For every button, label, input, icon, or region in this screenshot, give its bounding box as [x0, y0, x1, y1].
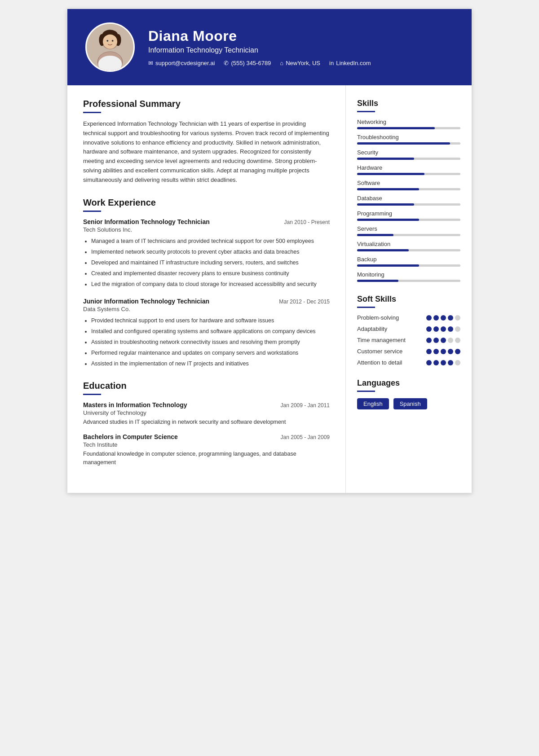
soft-skill-item: Attention to detail — [357, 359, 460, 366]
skill-name: Programming — [357, 210, 460, 217]
bullet-item: Performed regular maintenance and update… — [91, 348, 330, 357]
skill-bar-fill — [357, 219, 419, 221]
body: Professional Summary Experienced Informa… — [67, 85, 472, 493]
edu-item: Masters in Information Technology Jan 20… — [83, 401, 330, 426]
languages-title: Languages — [357, 378, 460, 388]
edu-container: Masters in Information Technology Jan 20… — [83, 401, 330, 467]
skill-bar-fill — [357, 173, 424, 175]
skill-dots — [426, 315, 460, 321]
job-company: Data Systems Co. — [83, 306, 330, 312]
languages-section: Languages EnglishSpanish — [357, 378, 460, 409]
skill-name: Backup — [357, 256, 460, 263]
skill-bar-fill — [357, 249, 409, 251]
skill-bar-fill — [357, 280, 398, 282]
job-item: Senior Information Technology Technician… — [83, 218, 330, 289]
bullet-item: Assisted in troubleshooting network conn… — [91, 338, 330, 347]
skill-dots — [426, 349, 460, 354]
dot — [448, 326, 453, 332]
education-title: Education — [83, 381, 330, 391]
dot — [433, 315, 439, 321]
skill-name: Database — [357, 195, 460, 202]
right-column: Skills Networking Troubleshooting Securi… — [346, 85, 472, 493]
svg-point-9 — [106, 40, 108, 42]
skill-item: Monitoring — [357, 271, 460, 282]
soft-skill-item: Problem-solving — [357, 314, 460, 321]
edu-degree: Masters in Information Technology — [83, 401, 187, 409]
work-experience-section: Work Experience Senior Information Techn… — [83, 198, 330, 368]
email-contact: ✉ support@cvdesigner.ai — [148, 60, 215, 66]
professional-summary-section: Professional Summary Experienced Informa… — [83, 99, 330, 185]
skill-dots — [426, 360, 460, 365]
skill-item: Troubleshooting — [357, 134, 460, 145]
skill-bar-bg — [357, 173, 460, 175]
skill-item: Servers — [357, 225, 460, 236]
skills-title: Skills — [357, 99, 460, 108]
job-company: Tech Solutions Inc. — [83, 226, 330, 233]
summary-divider — [83, 112, 101, 113]
dot — [441, 349, 446, 354]
soft-skill-name: Adaptability — [357, 325, 426, 332]
skill-bar-fill — [357, 158, 414, 160]
phone-contact: ✆ (555) 345-6789 — [224, 60, 271, 66]
soft-skill-name: Time management — [357, 337, 426, 343]
skill-bar-bg — [357, 203, 460, 206]
edu-item: Bachelors in Computer Science Jan 2005 -… — [83, 433, 330, 467]
skill-bar-bg — [357, 249, 460, 251]
edu-school: Tech Institute — [83, 441, 330, 448]
languages-divider — [357, 391, 375, 392]
skill-item: Security — [357, 149, 460, 160]
skill-name: Troubleshooting — [357, 134, 460, 141]
skill-bar-fill — [357, 188, 419, 190]
bullet-item: Created and implemented disaster recover… — [91, 269, 330, 278]
bullet-item: Assisted in the implementation of new IT… — [91, 359, 330, 368]
skill-name: Monitoring — [357, 271, 460, 278]
left-column: Professional Summary Experienced Informa… — [67, 85, 346, 493]
dot — [441, 315, 446, 321]
dot — [433, 360, 439, 365]
soft-skills-title: Soft Skills — [357, 294, 460, 304]
job-title: Senior Information Technology Technician — [83, 218, 210, 225]
skill-bar-bg — [357, 127, 460, 129]
job-bullets: Provided technical support to end users … — [83, 316, 330, 368]
avatar — [85, 22, 135, 72]
edu-degree: Bachelors in Computer Science — [83, 433, 178, 440]
skill-item: Programming — [357, 210, 460, 221]
skill-bar-bg — [357, 280, 460, 282]
skill-item: Networking — [357, 119, 460, 129]
language-tags: EnglishSpanish — [357, 398, 460, 409]
skill-bar-fill — [357, 203, 414, 206]
location-contact: ⌂ NewYork, US — [280, 60, 320, 66]
skill-item: Backup — [357, 256, 460, 267]
edu-school: University of Technology — [83, 409, 330, 416]
job-date: Mar 2012 - Dec 2015 — [279, 299, 330, 305]
job-header: Senior Information Technology Technician… — [83, 218, 330, 225]
dot — [455, 326, 460, 332]
skill-item: Hardware — [357, 164, 460, 175]
header: Diana Moore Information Technology Techn… — [67, 9, 472, 85]
bullet-item: Installed and configured operating syste… — [91, 327, 330, 336]
dot — [455, 315, 460, 321]
svg-point-10 — [112, 40, 114, 42]
dot — [441, 360, 446, 365]
skill-bar-bg — [357, 188, 460, 190]
skill-name: Security — [357, 149, 460, 156]
phone-icon: ✆ — [224, 60, 229, 66]
dot — [448, 338, 453, 343]
education-section: Education Masters in Information Technol… — [83, 381, 330, 467]
skill-bar-fill — [357, 264, 419, 267]
dot — [426, 338, 432, 343]
work-divider — [83, 211, 101, 212]
dot — [441, 338, 446, 343]
skill-bar-bg — [357, 158, 460, 160]
edu-date: Jan 2005 - Jan 2009 — [281, 434, 330, 440]
education-divider — [83, 394, 101, 395]
dot — [426, 315, 432, 321]
soft-skill-name: Problem-solving — [357, 314, 426, 321]
jobs-container: Senior Information Technology Technician… — [83, 218, 330, 368]
skill-bar-bg — [357, 142, 460, 145]
language-tag: Spanish — [393, 398, 427, 409]
dot — [448, 315, 453, 321]
linkedin-contact: in LinkedIn.com — [329, 60, 371, 66]
bullet-item: Provided technical support to end users … — [91, 316, 330, 325]
skills-section: Skills Networking Troubleshooting Securi… — [357, 99, 460, 282]
